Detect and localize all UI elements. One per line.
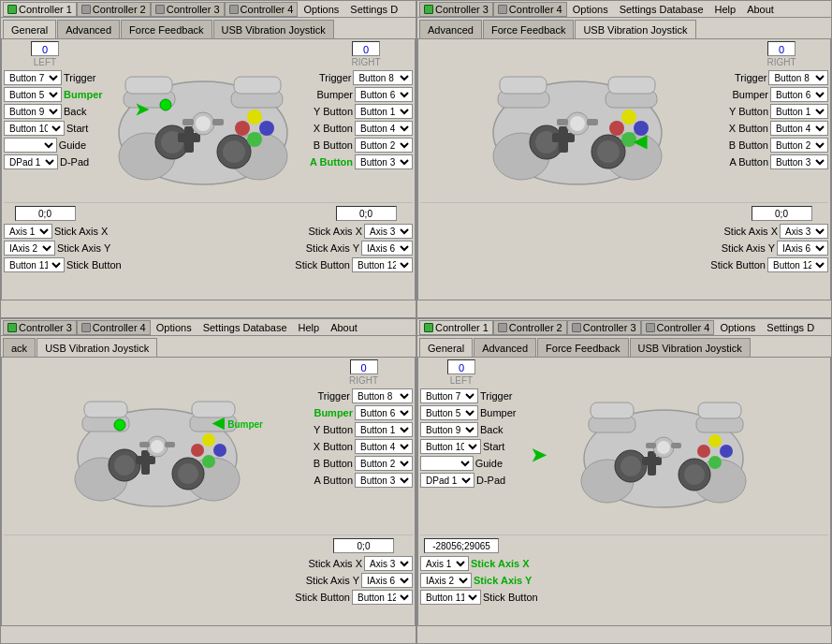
bl-r-lbl-3: X Button bbox=[314, 441, 353, 452]
bl-subtab-usb[interactable]: USB Vibration Joystick bbox=[36, 338, 157, 357]
right-btn-dropdown-5[interactable]: Button 3 bbox=[355, 154, 413, 169]
br-l-dd-3[interactable]: Button 10 bbox=[420, 439, 481, 454]
tr-right-dd-1[interactable]: Button 6 bbox=[770, 87, 828, 102]
br-tab-c4[interactable]: Controller 4 bbox=[641, 320, 715, 335]
tr-right-lbl-1: Bumper bbox=[732, 89, 768, 100]
br-subtab-usb[interactable]: USB Vibration Joystick bbox=[630, 338, 751, 357]
menu-settings[interactable]: Settings D bbox=[344, 1, 403, 17]
tr-subtab-usb[interactable]: USB Vibration Joystick bbox=[575, 20, 695, 38]
tr-right-axis-dd-0[interactable]: Axis 3 bbox=[780, 224, 828, 239]
right-axis-dropdown-0[interactable]: Axis 3 bbox=[364, 224, 413, 239]
left-btn-dropdown-3[interactable]: Button 10 bbox=[4, 121, 65, 136]
left-btn-dropdown-1[interactable]: Button 5 bbox=[4, 87, 62, 102]
right-btn-dropdown-0[interactable]: Button 8 bbox=[353, 70, 413, 85]
tr-right-axis-lbl-1: Stick Axis Y bbox=[722, 242, 775, 254]
bl-axis-dd-2[interactable]: Button 12 bbox=[352, 590, 413, 605]
tr-right-dd-5[interactable]: Button 3 bbox=[770, 154, 828, 169]
tr-subtab-advanced[interactable]: Advanced bbox=[419, 20, 482, 38]
br-l-axis-1: IAxis 2 Stick Axis Y bbox=[420, 572, 503, 589]
tr-tab-controller3[interactable]: Controller 3 bbox=[419, 2, 493, 17]
menu-options[interactable]: Options bbox=[298, 1, 344, 17]
br-l-dd-4[interactable] bbox=[420, 456, 474, 471]
bl-r-dd-3[interactable]: Button 4 bbox=[355, 439, 413, 454]
tr-right-dd-0[interactable]: Button 8 bbox=[768, 70, 828, 85]
svg-point-52 bbox=[114, 455, 135, 476]
bl-r-dd-0[interactable]: Button 8 bbox=[352, 388, 413, 403]
br-l-dd-5[interactable]: DPad 1 bbox=[420, 473, 474, 488]
tab-controller4[interactable]: Controller 4 bbox=[225, 2, 299, 17]
bl-menu-settings[interactable]: Settings Database bbox=[197, 319, 293, 335]
bl-subtab-back[interactable]: ack bbox=[3, 338, 36, 357]
bottom-right-window: Controller 1 Controller 2 Controller 3 C… bbox=[416, 318, 832, 644]
tr-menu-settings[interactable]: Settings Database bbox=[614, 1, 709, 17]
subtab-ff[interactable]: Force Feedback bbox=[121, 20, 212, 38]
tab-controller1[interactable]: Controller 1 bbox=[3, 2, 77, 17]
br-tab-c1[interactable]: Controller 1 bbox=[419, 320, 493, 335]
subtab-general[interactable]: General bbox=[3, 20, 56, 38]
br-subtab-general[interactable]: General bbox=[419, 338, 473, 357]
bl-menu-options[interactable]: Options bbox=[151, 319, 197, 335]
bl-right-stick: 0;0 Stick Axis X Axis 3 Stick Axis Y IAx… bbox=[314, 538, 413, 628]
bl-menu-about[interactable]: About bbox=[325, 319, 363, 335]
bl-content: ◀ Bumper bbox=[1, 357, 416, 626]
right-axis-dropdown-1[interactable]: IAxis 6 bbox=[361, 241, 413, 256]
tab-controller2[interactable]: Controller 2 bbox=[77, 2, 151, 17]
tr-right-axis-dd-1[interactable]: IAxis 6 bbox=[777, 241, 828, 256]
br-l-axis-dd-2[interactable]: Button 11 bbox=[420, 590, 481, 605]
tab-controller1-label: Controller 1 bbox=[19, 4, 72, 15]
left-axis-dropdown-0[interactable]: Axis 1 bbox=[4, 224, 52, 239]
br-subtab-advanced[interactable]: Advanced bbox=[474, 338, 536, 357]
left-btn-dropdown-5[interactable]: DPad 1 bbox=[4, 154, 58, 169]
left-btn-dropdown-4[interactable] bbox=[4, 138, 57, 153]
right-btn-dropdown-2[interactable]: Button 1 bbox=[355, 104, 413, 119]
br-l-axis-dd-0[interactable]: Axis 1 bbox=[420, 556, 469, 571]
bl-axis-dd-1[interactable]: IAxis 6 bbox=[361, 573, 413, 588]
top-right-content: ◀ 0 RIGHT Trigger Button 8 Bumper Button… bbox=[417, 38, 831, 300]
tr-right-dd-3[interactable]: Button 4 bbox=[770, 121, 828, 136]
br-subtab-ff[interactable]: Force Feedback bbox=[537, 338, 628, 357]
br-l-dd-0[interactable]: Button 7 bbox=[420, 388, 478, 403]
left-axis-dropdown-1[interactable]: IAxis 2 bbox=[4, 241, 55, 256]
right-btn-dropdown-4[interactable]: Button 2 bbox=[355, 138, 413, 153]
left-btn-dropdown-2[interactable]: Button 9 bbox=[4, 104, 62, 119]
tr-subtab-ff[interactable]: Force Feedback bbox=[483, 20, 574, 38]
br-tab-c2[interactable]: Controller 2 bbox=[493, 320, 567, 335]
left-axis-dropdown-2[interactable]: Button 11 bbox=[4, 257, 65, 272]
tr-right-axis-dd-2[interactable]: Button 12 bbox=[767, 257, 828, 272]
br-l-axis-dd-1[interactable]: IAxis 2 bbox=[420, 573, 472, 588]
br-left-num: 0 bbox=[447, 359, 475, 374]
br-tab-c3[interactable]: Controller 3 bbox=[567, 320, 641, 335]
right-btn-dropdown-1[interactable]: Button 6 bbox=[355, 87, 413, 102]
bl-r-dd-1[interactable]: Button 6 bbox=[355, 405, 413, 420]
tr-tab-c4-label: Controller 4 bbox=[509, 4, 562, 15]
tr-menu-help[interactable]: Help bbox=[709, 1, 742, 17]
bl-c3-label: Controller 3 bbox=[19, 322, 72, 333]
tr-right-dd-2[interactable]: Button 1 bbox=[770, 104, 828, 119]
br-l-dd-1[interactable]: Button 5 bbox=[420, 405, 478, 420]
svg-rect-72 bbox=[698, 402, 741, 418]
bl-r-dd-5[interactable]: Button 3 bbox=[355, 473, 413, 488]
svg-point-19 bbox=[160, 99, 171, 110]
bl-subtabbar: ack USB Vibration Joystick bbox=[1, 336, 416, 357]
bl-tab-c4[interactable]: Controller 4 bbox=[77, 320, 151, 335]
tr-tab-controller4[interactable]: Controller 4 bbox=[493, 2, 567, 17]
br-left-lbl: LEFT bbox=[420, 375, 503, 386]
bl-r-dd-4[interactable]: Button 2 bbox=[355, 456, 413, 471]
left-btn-dropdown-0[interactable]: Button 7 bbox=[4, 70, 62, 85]
bl-menu-help[interactable]: Help bbox=[293, 319, 326, 335]
bl-tab-c3[interactable]: Controller 3 bbox=[3, 320, 77, 335]
br-l-dd-2[interactable]: Button 9 bbox=[420, 422, 478, 437]
svg-point-59 bbox=[191, 444, 204, 457]
right-btn-dropdown-3[interactable]: Button 4 bbox=[355, 121, 413, 136]
bl-r-dd-2[interactable]: Button 1 bbox=[355, 422, 413, 437]
subtab-usb[interactable]: USB Vibration Joystick bbox=[213, 20, 334, 38]
br-menu-settings[interactable]: Settings D bbox=[761, 319, 820, 335]
tab-controller3[interactable]: Controller 3 bbox=[151, 2, 225, 17]
right-axis-dropdown-2[interactable]: Button 12 bbox=[352, 257, 413, 272]
tr-menu-options[interactable]: Options bbox=[567, 1, 614, 17]
tr-right-dd-4[interactable]: Button 2 bbox=[770, 138, 828, 153]
tr-menu-about[interactable]: About bbox=[741, 1, 780, 17]
bl-axis-dd-0[interactable]: Axis 3 bbox=[364, 556, 413, 571]
subtab-advanced[interactable]: Advanced bbox=[57, 20, 120, 38]
br-menu-options[interactable]: Options bbox=[714, 319, 761, 335]
